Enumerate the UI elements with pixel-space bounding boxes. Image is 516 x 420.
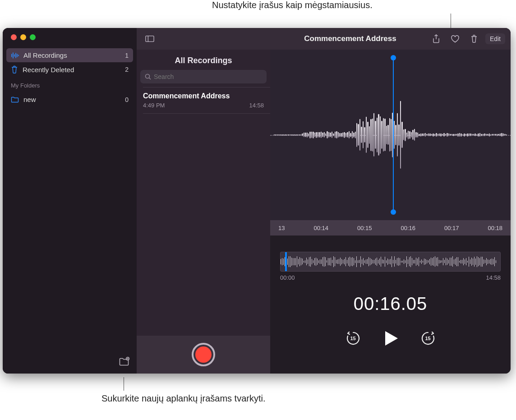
overview-scrubber[interactable]: 00:00 14:58	[280, 252, 501, 281]
skip-seconds-label: 15	[350, 336, 355, 341]
callout-newfolder: Sukurkite naujų aplankų įrašams tvarkyti…	[101, 392, 266, 404]
ruler-tick: 00:16	[401, 225, 415, 231]
skip-back-button[interactable]: 15	[346, 331, 361, 346]
waveform-display	[270, 101, 511, 169]
zoom-window-button[interactable]	[30, 34, 36, 40]
skip-seconds-label: 15	[425, 336, 430, 341]
callout-newfolder-line	[124, 377, 124, 391]
main-panel: Commencement Address Edit 13 00:14 00:15	[270, 28, 511, 374]
overview-playhead[interactable]	[285, 252, 287, 272]
record-bar	[137, 336, 270, 374]
close-window-button[interactable]	[11, 34, 17, 40]
sidebar-item-label: All Recordings	[23, 51, 67, 59]
favorite-button[interactable]	[447, 32, 463, 46]
sidebar: All Recordings 1 Recently Deleted 2 My F…	[3, 28, 137, 374]
ruler-tick: 00:18	[488, 225, 502, 231]
search-input[interactable]	[154, 73, 262, 80]
svg-rect-9	[146, 36, 154, 42]
recording-title: Commencement Address	[143, 92, 264, 100]
share-button[interactable]	[428, 32, 444, 46]
folder-icon	[11, 97, 19, 103]
skip-forward-button[interactable]: 15	[420, 331, 436, 346]
app-window: All Recordings 1 Recently Deleted 2 My F…	[3, 28, 511, 374]
list-topbar	[137, 28, 270, 50]
overview-waveform	[281, 256, 500, 267]
list-title: All Recordings	[137, 50, 270, 70]
svg-line-12	[149, 78, 151, 80]
search-icon	[145, 74, 151, 80]
ruler-tick: 13	[278, 225, 285, 231]
sidebar-item-recently-deleted[interactable]: Recently Deleted 2	[6, 62, 133, 77]
playhead[interactable]	[393, 58, 394, 212]
delete-button[interactable]	[466, 32, 482, 46]
search-field[interactable]	[140, 70, 267, 83]
ruler-tick: 00:14	[313, 225, 328, 231]
sidebar-item-count: 2	[125, 66, 129, 73]
waveform-editor[interactable]	[270, 50, 511, 220]
overview-end-label: 14:58	[486, 274, 501, 281]
edit-button[interactable]: Edit	[485, 33, 505, 44]
sidebar-item-all-recordings[interactable]: All Recordings 1	[6, 48, 133, 62]
recording-list-panel: All Recordings Commencement Address 4:49…	[137, 28, 270, 374]
trash-icon	[11, 65, 18, 74]
ruler-tick: 00:17	[444, 225, 459, 231]
callout-favorite: Nustatykite įrašus kaip mėgstamiausius.	[212, 0, 373, 10]
svg-point-11	[146, 74, 150, 78]
playback-controls: 15 15	[270, 329, 511, 347]
new-folder-button[interactable]	[119, 356, 129, 367]
play-button[interactable]	[382, 329, 400, 347]
recording-list-item[interactable]: Commencement Address 4:49 PM 14:58	[137, 88, 270, 113]
sidebar-section-header: My Folders	[3, 77, 137, 91]
overview-start-label: 00:00	[280, 274, 295, 281]
window-controls	[3, 28, 137, 46]
time-ruler[interactable]: 13 00:14 00:15 00:16 00:17 00:18	[270, 220, 511, 235]
document-title: Commencement Address	[276, 34, 425, 43]
recording-time: 4:49 PM	[143, 102, 165, 109]
sidebar-folder-new[interactable]: new 0	[6, 92, 133, 106]
sidebar-folder-count: 0	[125, 96, 129, 103]
sidebar-item-label: Recently Deleted	[23, 66, 74, 74]
divider	[143, 113, 270, 114]
minimize-window-button[interactable]	[20, 34, 26, 40]
ruler-tick: 00:15	[357, 225, 372, 231]
toggle-sidebar-button[interactable]	[142, 32, 157, 46]
recording-duration: 14:58	[249, 102, 264, 109]
sidebar-folder-label: new	[23, 96, 36, 103]
record-button[interactable]	[192, 343, 215, 366]
sidebar-item-count: 1	[125, 52, 129, 59]
titlebar: Commencement Address Edit	[270, 28, 511, 50]
record-dot-icon	[195, 346, 212, 363]
timecode-display: 00:16.05	[270, 294, 511, 314]
waveform-icon	[11, 52, 19, 59]
